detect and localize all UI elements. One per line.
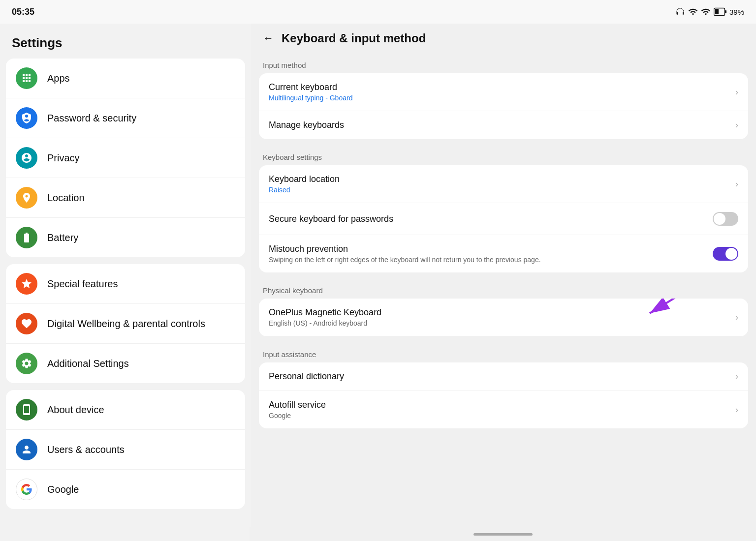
status-icons: 39% — [675, 7, 744, 17]
section-input-assistance-label: Input assistance — [259, 342, 748, 362]
sidebar-item-google[interactable]: Google — [6, 470, 245, 509]
battery-label: Battery — [47, 232, 78, 243]
autofill-item[interactable]: Autofill service Google › — [259, 391, 748, 428]
mistouch-title: Mistouch prevention — [269, 244, 713, 254]
current-keyboard-item[interactable]: Current keyboard Multilingual typing - G… — [259, 73, 748, 111]
password-label: Password & security — [47, 113, 136, 124]
secure-keyboard-knob — [714, 213, 725, 225]
section-keyboard-settings-label: Keyboard settings — [259, 145, 748, 165]
sidebar-item-privacy[interactable]: Privacy — [6, 138, 245, 178]
apps-label: Apps — [47, 73, 70, 84]
additional-icon — [16, 353, 37, 374]
personal-dict-chevron: › — [735, 371, 738, 382]
sidebar: Settings Apps Password & security — [0, 24, 251, 541]
panel-header: ← Keyboard & input method — [251, 24, 756, 53]
apps-icon — [16, 67, 37, 89]
password-icon — [16, 107, 37, 129]
bottom-nav-bar — [251, 527, 756, 541]
section-physical-keyboard-label: Physical keyboard — [259, 278, 748, 299]
bottom-pill — [473, 533, 533, 536]
about-label: About device — [47, 404, 104, 416]
mistouch-subtitle: Swiping on the left or right edges of th… — [269, 256, 713, 264]
privacy-label: Privacy — [47, 152, 80, 164]
current-keyboard-subtitle: Multilingual typing - Gboard — [269, 94, 735, 102]
wifi-icon — [701, 7, 711, 17]
panel-content: Input method Current keyboard Multilingu… — [251, 53, 756, 442]
mistouch-knob — [725, 248, 737, 260]
sidebar-item-users[interactable]: Users & accounts — [6, 430, 245, 470]
sidebar-item-about[interactable]: About device — [6, 390, 245, 430]
secure-keyboard-title: Secure keyboard for passwords — [269, 214, 713, 224]
sidebar-item-apps[interactable]: Apps — [6, 59, 245, 98]
main-layout: Settings Apps Password & security — [0, 24, 756, 541]
sidebar-item-wellbeing[interactable]: Digital Wellbeing & parental controls — [6, 304, 245, 344]
special-icon — [16, 273, 37, 295]
privacy-icon — [16, 147, 37, 169]
battery-percent: 39% — [729, 8, 744, 16]
current-keyboard-title: Current keyboard — [269, 82, 735, 92]
signal-icon — [688, 7, 698, 17]
keyboard-location-title: Keyboard location — [269, 174, 735, 184]
autofill-title: Autofill service — [269, 400, 735, 410]
svg-rect-1 — [725, 10, 726, 13]
manage-keyboards-item[interactable]: Manage keyboards › — [259, 111, 748, 139]
sidebar-item-additional[interactable]: Additional Settings — [6, 344, 245, 383]
status-time: 05:35 — [12, 7, 34, 17]
battery-icon — [714, 7, 726, 17]
google-icon — [16, 479, 37, 500]
oneplus-keyboard-subtitle: English (US) - Android keyboard — [269, 319, 735, 327]
secure-keyboard-toggle[interactable] — [713, 212, 738, 226]
autofill-chevron: › — [735, 405, 738, 415]
sidebar-item-location[interactable]: Location — [6, 178, 245, 218]
current-keyboard-chevron: › — [735, 87, 738, 97]
location-label: Location — [47, 192, 85, 204]
users-label: Users & accounts — [47, 444, 125, 455]
oneplus-keyboard-title: OnePlus Magnetic Keyboard — [269, 307, 735, 318]
sidebar-item-special[interactable]: Special features — [6, 264, 245, 304]
mistouch-item[interactable]: Mistouch prevention Swiping on the left … — [259, 235, 748, 272]
wellbeing-label: Digital Wellbeing & parental controls — [47, 318, 205, 330]
personal-dict-title: Personal dictionary — [269, 371, 735, 382]
oneplus-keyboard-item[interactable]: OnePlus Magnetic Keyboard English (US) -… — [259, 299, 748, 336]
input-assistance-card: Personal dictionary › Autofill service G… — [259, 362, 748, 428]
sidebar-card-2: Special features Digital Wellbeing & par… — [6, 264, 245, 383]
headset-icon — [675, 7, 685, 17]
panel-title: Keyboard & input method — [282, 31, 426, 45]
users-icon — [16, 439, 37, 460]
back-button[interactable]: ← — [263, 32, 274, 45]
additional-label: Additional Settings — [47, 358, 129, 369]
wellbeing-icon — [16, 313, 37, 334]
special-label: Special features — [47, 278, 118, 290]
sidebar-item-password[interactable]: Password & security — [6, 98, 245, 138]
section-input-method-label: Input method — [259, 53, 748, 73]
location-icon — [16, 187, 37, 209]
about-icon — [16, 399, 37, 421]
mistouch-toggle[interactable] — [713, 247, 738, 261]
sidebar-card-1: Apps Password & security Privacy — [6, 59, 245, 257]
battery-sidebar-icon — [16, 227, 37, 248]
keyboard-location-subtitle: Raised — [269, 186, 735, 194]
input-method-card: Current keyboard Multilingual typing - G… — [259, 73, 748, 139]
sidebar-card-3: About device Users & accounts Google — [6, 390, 245, 509]
keyboard-settings-card: Keyboard location Raised › Secure keyboa… — [259, 165, 748, 272]
status-bar: 05:35 39% — [0, 0, 756, 24]
physical-keyboard-card: OnePlus Magnetic Keyboard English (US) -… — [259, 299, 748, 336]
secure-keyboard-item[interactable]: Secure keyboard for passwords — [259, 203, 748, 235]
manage-keyboards-title: Manage keyboards — [269, 120, 735, 130]
sidebar-item-battery[interactable]: Battery — [6, 218, 245, 257]
manage-keyboards-chevron: › — [735, 120, 738, 130]
keyboard-location-chevron: › — [735, 179, 738, 189]
right-panel: ← Keyboard & input method Input method C… — [251, 24, 756, 541]
keyboard-location-item[interactable]: Keyboard location Raised › — [259, 165, 748, 203]
personal-dict-item[interactable]: Personal dictionary › — [259, 362, 748, 391]
autofill-subtitle: Google — [269, 412, 735, 420]
svg-rect-2 — [715, 9, 719, 14]
google-label: Google — [47, 484, 79, 495]
oneplus-keyboard-chevron: › — [735, 312, 738, 323]
sidebar-title: Settings — [6, 31, 245, 59]
